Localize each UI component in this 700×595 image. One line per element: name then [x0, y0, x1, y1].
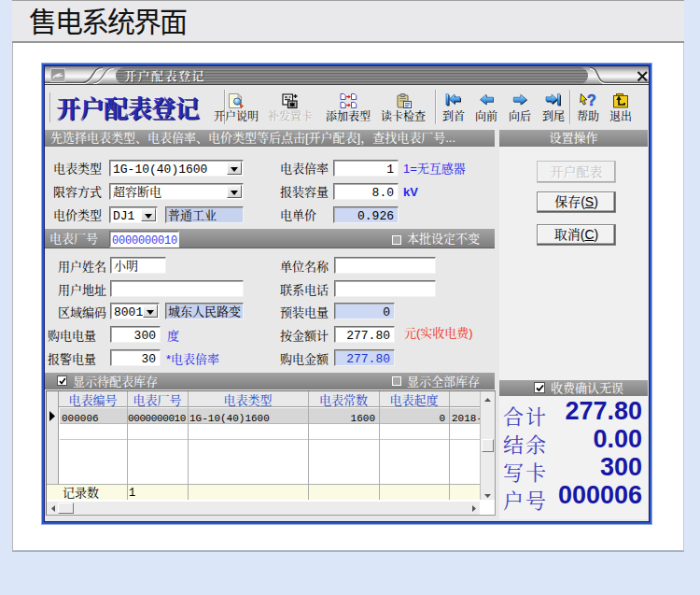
svg-text:?: ? — [587, 93, 596, 108]
